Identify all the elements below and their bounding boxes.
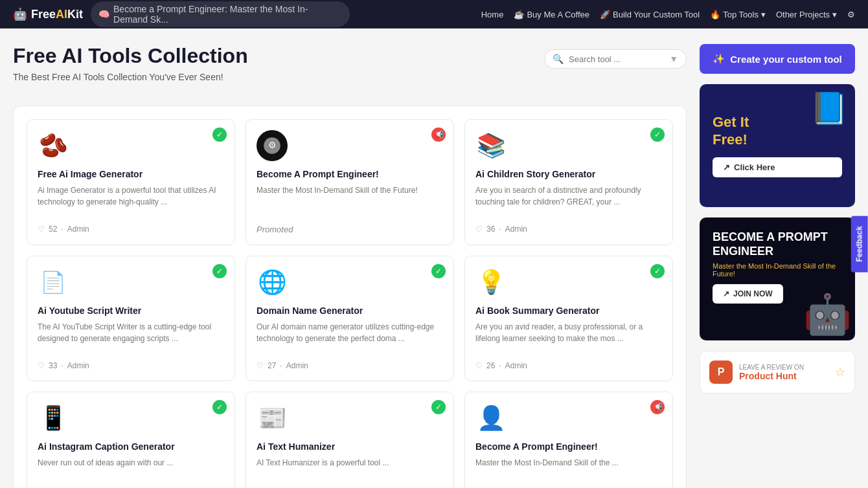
banner-text: Become a Prompt Engineer: Master the Mos… — [113, 4, 342, 25]
promo-badge: 📢 — [650, 400, 665, 414]
coffee-icon: ☕ — [514, 10, 524, 19]
author-name: Admin — [67, 361, 89, 370]
tool-desc: Master the Most In-Demand Skill of the F… — [257, 184, 443, 217]
tool-card-text-humanizer[interactable]: 📰 ✓ Ai Text Humanizer AI Text Humanizer … — [246, 392, 454, 488]
site-logo[interactable]: 🤖 FreeAIKit — [13, 7, 83, 21]
feedback-label: Feedback — [854, 226, 863, 261]
author-name: Admin — [505, 225, 527, 234]
rocket-icon: 🚀 — [600, 10, 610, 19]
tool-name: Ai Instagram Caption Generator — [38, 441, 224, 452]
dot-sep: · — [61, 225, 63, 234]
verified-badge: ✓ — [431, 264, 446, 278]
tool-card-domain-name-generator[interactable]: 🌐 ✓ Domain Name Generator Our AI domain … — [246, 256, 454, 381]
verified-badge: ✓ — [212, 128, 227, 142]
verified-badge: ✓ — [431, 400, 446, 414]
tool-card-ai-image-generator[interactable]: 🫘 ✓ Free Ai Image Generator Ai Image Gen… — [27, 119, 235, 245]
author-name: Admin — [67, 225, 89, 234]
tool-desc: Never run out of ideas again with our ..… — [38, 457, 224, 488]
svg-text:⚙: ⚙ — [268, 140, 277, 150]
cursor-icon-2: ↗ — [723, 289, 729, 298]
tool-icon: 💡 — [475, 267, 507, 298]
tools-grid: 🫘 ✓ Free Ai Image Generator Ai Image Gen… — [13, 105, 687, 488]
join-now-label: JOIN NOW — [733, 289, 773, 298]
create-tool-button[interactable]: ✨ Create your custom tool — [700, 44, 855, 74]
tool-desc: The AI YouTube Script Writer is a cuttin… — [38, 321, 224, 353]
brain-icon: 🧠 — [98, 9, 109, 19]
page-title: Free AI Tools Collection — [13, 44, 544, 68]
tool-icon: ⚙ — [257, 130, 288, 161]
ad2-title: BECOME A PROMPT ENGINEER — [713, 230, 842, 258]
dot-sep: · — [499, 225, 501, 234]
tool-icon: 📄 — [38, 267, 69, 298]
cursor-icon: ↗ — [723, 162, 730, 172]
search-bar[interactable]: 🔍 ▼ — [544, 49, 687, 69]
robot-illustration: 🤖 — [803, 291, 852, 337]
nav-settings[interactable]: ⚙ — [847, 10, 855, 19]
other-projects-label: Other Projects — [776, 10, 830, 19]
navbar-promo-banner[interactable]: 🧠 Become a Prompt Engineer: Master the M… — [91, 1, 350, 27]
product-hunt-text: LEAVE A REVIEW ON Product Hunt — [739, 364, 828, 381]
tool-name: Become A Prompt Engineer! — [257, 169, 443, 179]
tool-card-prompt-engineer-promoted[interactable]: ⚙ 📢 Become A Prompt Engineer! Master the… — [246, 119, 454, 245]
tool-name: Ai Youtube Script Writer — [38, 305, 224, 316]
heart-icon: ♡ — [475, 225, 483, 234]
ph-star-icon: ☆ — [835, 365, 845, 379]
tool-icon: 📱 — [38, 403, 69, 434]
tool-footer: ♡ 27 · Admin — [257, 361, 443, 370]
right-sidebar: ✨ Create your custom tool Get It Free! ↗… — [700, 44, 855, 488]
ad1-click-button[interactable]: ↗ Click Here — [713, 157, 842, 177]
nav-other-projects[interactable]: Other Projects ▾ — [776, 10, 837, 19]
ph-leave-review-label: LEAVE A REVIEW ON — [739, 364, 828, 371]
product-hunt-banner[interactable]: P LEAVE A REVIEW ON Product Hunt ☆ — [700, 351, 855, 394]
heart-icon: ♡ — [475, 361, 483, 370]
author-name: Admin — [505, 361, 527, 370]
tool-card-book-summary[interactable]: 💡 ✓ Ai Book Summary Generator Are you an… — [464, 256, 673, 381]
tool-card-youtube-script[interactable]: 📄 ✓ Ai Youtube Script Writer The AI YouT… — [27, 256, 235, 381]
dot-sep: · — [280, 361, 282, 370]
promo-badge: 📢 — [431, 128, 446, 142]
tool-name: Free Ai Image Generator — [38, 169, 224, 179]
search-input[interactable] — [569, 54, 664, 64]
tool-name: Ai Book Summary Generator — [475, 305, 662, 316]
tool-footer: ♡ 36 · Admin — [475, 225, 662, 234]
buy-coffee-label: Buy Me A Coffee — [527, 10, 589, 19]
settings-icon: ⚙ — [847, 10, 855, 19]
tool-card-prompt-engineer-promoted-2[interactable]: 👤 📢 Become A Prompt Engineer! Master the… — [464, 392, 673, 488]
verified-badge: ✓ — [650, 264, 665, 278]
header-titles: Free AI Tools Collection The Best Free A… — [13, 44, 544, 95]
ad2-subtitle: Master the Most In-Demand Skill of the F… — [713, 262, 842, 278]
filter-icon[interactable]: ▼ — [669, 54, 678, 64]
page-header: Free AI Tools Collection The Best Free A… — [13, 44, 687, 95]
tool-footer: ♡ 26 · Admin — [475, 361, 662, 370]
tool-card-ai-children-story[interactable]: 📚 ✓ Ai Children Story Generator Are you … — [464, 119, 673, 245]
feedback-tab[interactable]: Feedback — [851, 216, 867, 272]
ad2-join-button[interactable]: ↗ JOIN NOW — [713, 284, 783, 304]
logo-robot-icon: 🤖 — [13, 7, 27, 21]
tool-desc: Ai Image Generator is a powerful tool th… — [38, 184, 224, 217]
top-tools-label: Top Tools — [723, 10, 759, 19]
book-illustration: 📘 — [810, 91, 849, 127]
promoted-label: Promoted — [257, 225, 443, 234]
likes-count: 26 — [486, 361, 495, 370]
likes-count: 27 — [268, 361, 276, 370]
dot-sep: · — [61, 361, 63, 370]
nav-build-tool[interactable]: 🚀 Build Your Custom Tool — [600, 10, 700, 19]
build-tool-label: Build Your Custom Tool — [613, 10, 700, 19]
dot-sep: · — [499, 361, 501, 370]
nav-home[interactable]: Home — [481, 10, 504, 19]
tool-footer: ♡ 33 · Admin — [38, 361, 224, 370]
tool-card-instagram-caption[interactable]: 📱 ✓ Ai Instagram Caption Generator Never… — [27, 392, 235, 488]
tool-icon: 📚 — [475, 130, 507, 161]
author-name: Admin — [286, 361, 308, 370]
navbar-links: Home ☕ Buy Me A Coffee 🚀 Build Your Cust… — [481, 10, 855, 19]
likes-count: 33 — [49, 361, 57, 370]
logo-text: FreeAIKit — [31, 8, 83, 21]
create-tool-label: Create your custom tool — [730, 54, 842, 65]
ad-prompt-engineer-banner[interactable]: BECOME A PROMPT ENGINEER Master the Most… — [700, 217, 855, 340]
tool-name: Ai Children Story Generator — [475, 169, 662, 179]
ad-get-it-free-banner[interactable]: Get It Free! ↗ Click Here 📘 — [700, 84, 855, 207]
tool-desc: Our AI domain name generator utilizes cu… — [257, 321, 443, 353]
heart-icon: ♡ — [257, 361, 264, 370]
nav-top-tools[interactable]: 🔥 Top Tools ▾ — [710, 10, 766, 19]
nav-buy-coffee[interactable]: ☕ Buy Me A Coffee — [514, 10, 589, 19]
